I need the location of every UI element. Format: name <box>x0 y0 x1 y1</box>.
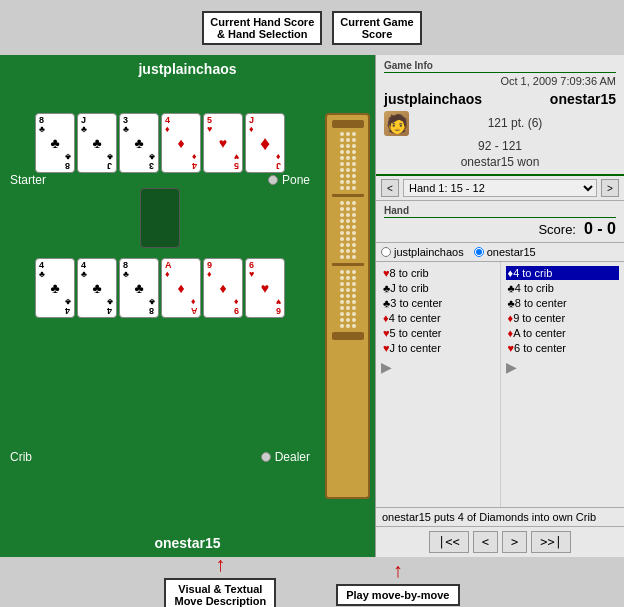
move-right-4[interactable]: ♦9 to center <box>506 311 620 325</box>
hand-section: Hand Score: 0 - 0 <box>376 201 624 243</box>
move-right-2[interactable]: ♣4 to crib <box>506 281 620 295</box>
crib-label: Crib <box>10 450 32 464</box>
move-right-3[interactable]: ♣8 to center <box>506 296 620 310</box>
score-detail: 121 pt. (6) <box>414 116 616 130</box>
pone-label: Pone <box>268 173 310 187</box>
game-score: 92 - 121 <box>384 139 616 153</box>
play-btn-annotation: Play move-by-move <box>336 584 459 606</box>
winner-label: onestar15 won <box>384 155 616 169</box>
card-top-2: J♣ ♣ J♣ <box>77 113 117 173</box>
nav-prev-btn[interactable]: < <box>473 531 498 553</box>
game-info-label: Game Info <box>384 60 616 73</box>
move-desc-annotation: Visual & Textual Move Description <box>164 578 276 608</box>
player-top-name: justplainchaos <box>0 55 375 83</box>
tab-player1[interactable]: justplainchaos <box>381 246 464 258</box>
game-board: justplainchaos Starter Pone 8♣ <box>0 55 375 557</box>
bottom-annotation-area: ↑ Visual & Textual Move Description ↑ Pl… <box>0 557 624 607</box>
crib-board <box>325 113 370 499</box>
arrow-up-right: ↑ <box>393 559 403 582</box>
hand-selector[interactable]: < Hand 1: 15 - 12 > <box>376 176 624 201</box>
tab-player1-label: justplainchaos <box>394 246 464 258</box>
nav-next-btn[interactable]: > <box>502 531 527 553</box>
nav-last-btn[interactable]: >>| <box>531 531 571 553</box>
starter-label: Starter <box>10 173 46 187</box>
card-bot-2: 4♣ ♣ 4♣ <box>77 258 117 318</box>
card-top-6: J♦ ♦ J♦ <box>245 113 285 173</box>
game-info-players: justplainchaos onestar15 <box>384 91 616 107</box>
moves-left-panel: ♥8 to crib ♣J to crib ♣3 to center ♦4 to… <box>376 262 501 507</box>
card-bot-3: 8♣ ♣ 8♣ <box>119 258 159 318</box>
bottom-cards-area: 4♣ ♣ 4♣ 4♣ ♣ 4♣ 8♣ ♣ <box>0 258 320 318</box>
player-bottom-name: onestar15 <box>0 529 375 557</box>
game-info-section: Game Info Oct 1, 2009 7:09:36 AM justpla… <box>376 55 624 176</box>
move-cursor-right: ▶ <box>506 359 620 375</box>
card-bot-1: 4♣ ♣ 4♣ <box>35 258 75 318</box>
card-bot-6: 6♥ ♥ 6♥ <box>245 258 285 318</box>
tab-player2[interactable]: onestar15 <box>474 246 536 258</box>
hand-section-label: Hand <box>384 205 616 218</box>
move-left-3[interactable]: ♣3 to center <box>381 296 495 310</box>
hand-score-row: Score: 0 - 0 <box>384 220 616 238</box>
move-left-2[interactable]: ♣J to crib <box>381 281 495 295</box>
moves-section: ♥8 to crib ♣J to crib ♣3 to center ♦4 to… <box>376 262 624 507</box>
game-score-annotation: Current Game Score <box>332 11 421 45</box>
hand-next-btn[interactable]: > <box>601 179 619 197</box>
hand-prev-btn[interactable]: < <box>381 179 399 197</box>
card-top-5: 5♥ ♥ 5♥ <box>203 113 243 173</box>
move-cursor-left: ▶ <box>381 359 495 375</box>
status-bar: onestar15 puts 4 of Diamonds into own Cr… <box>376 507 624 527</box>
center-card-placeholder <box>140 188 180 248</box>
player1-name: justplainchaos <box>384 91 482 107</box>
hand-select[interactable]: Hand 1: 15 - 12 <box>403 179 597 197</box>
middle-area <box>0 188 320 248</box>
move-left-4[interactable]: ♦4 to center <box>381 311 495 325</box>
nav-bar: |<< < > >>| <box>376 527 624 557</box>
hand-score-value: 0 - 0 <box>584 220 616 238</box>
card-top-3: 3♣ ♣ 3♣ <box>119 113 159 173</box>
move-left-6[interactable]: ♥J to center <box>381 341 495 355</box>
player2-name: onestar15 <box>550 91 616 107</box>
right-panel: Game Info Oct 1, 2009 7:09:36 AM justpla… <box>375 55 624 557</box>
game-date: Oct 1, 2009 7:09:36 AM <box>384 75 616 87</box>
move-right-1[interactable]: ♦4 to crib <box>506 266 620 280</box>
avatar-row: 🧑 121 pt. (6) <box>384 111 616 136</box>
card-top-4: 4♦ ♦ 4♦ <box>161 113 201 173</box>
avatar: 🧑 <box>384 111 409 136</box>
dealer-label: Dealer <box>261 450 310 464</box>
top-cards-area: 8♣ ♣ 8♣ J♣ ♣ J♣ 3♣ ♣ <box>0 113 320 173</box>
move-right-6[interactable]: ♥6 to center <box>506 341 620 355</box>
score-label: Score: <box>538 222 576 237</box>
tab-player2-label: onestar15 <box>487 246 536 258</box>
move-left-5[interactable]: ♥5 to center <box>381 326 495 340</box>
player-tabs: justplainchaos onestar15 <box>376 243 624 262</box>
top-annotation-area: Current Hand Score & Hand Selection Curr… <box>0 0 624 55</box>
moves-right-panel: ♦4 to crib ♣4 to crib ♣8 to center ♦9 to… <box>501 262 625 507</box>
card-bot-4: A♦ ♦ A♦ <box>161 258 201 318</box>
card-bot-5: 9♦ ♦ 9♦ <box>203 258 243 318</box>
hand-score-annotation: Current Hand Score & Hand Selection <box>202 11 322 45</box>
move-left-1[interactable]: ♥8 to crib <box>381 266 495 280</box>
move-right-5[interactable]: ♦A to center <box>506 326 620 340</box>
nav-first-btn[interactable]: |<< <box>429 531 469 553</box>
card-top-1: 8♣ ♣ 8♣ <box>35 113 75 173</box>
